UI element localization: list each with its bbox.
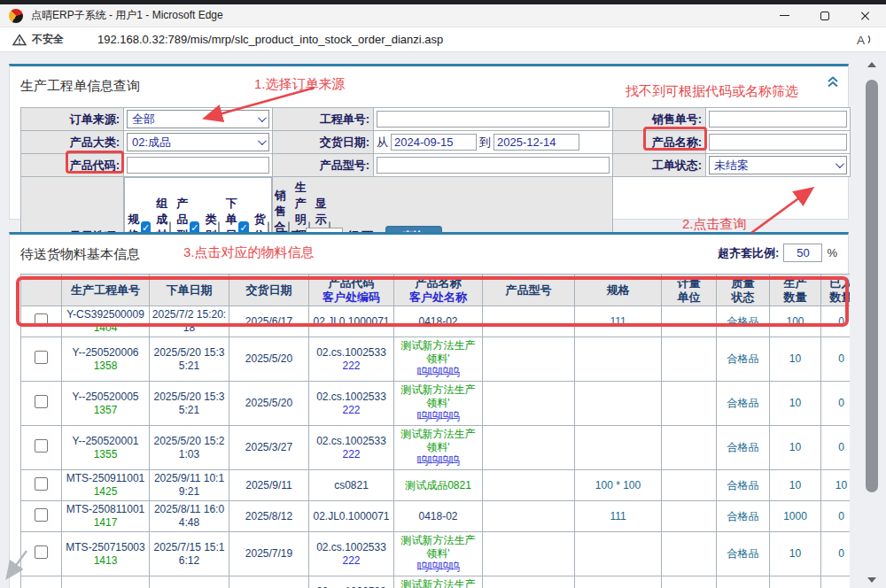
cell-received: 0: [821, 501, 851, 532]
product-name-input[interactable]: [709, 134, 847, 151]
product-name-label: 产品名称:: [613, 131, 706, 154]
collapse-chevron-icon[interactable]: [827, 75, 839, 91]
cell-product-name: 0418-02: [394, 501, 483, 532]
order-source-select[interactable]: 全部: [127, 110, 269, 128]
sales-no-input[interactable]: [709, 111, 847, 128]
cell-product-model: [483, 426, 575, 470]
cell-spec: [575, 576, 662, 588]
cell-spec: 111: [575, 501, 662, 532]
column-header: 产品型号: [483, 275, 575, 306]
row-checkbox[interactable]: [35, 545, 48, 559]
table-row[interactable]: Y--25052000513572025/5/20 15:35:212025/5…: [21, 382, 851, 426]
table-row[interactable]: MTS-2507150022025/7/15 15:12025/7/2602.c…: [21, 576, 851, 588]
product-code-input[interactable]: [127, 157, 269, 174]
row-checkbox[interactable]: [35, 395, 48, 408]
product-model-label: 产品型号:: [273, 154, 374, 177]
project-no-input[interactable]: [377, 111, 610, 128]
minimize-icon: [780, 15, 789, 16]
cell-received: 0: [821, 426, 851, 470]
url-text[interactable]: 192.168.0.32:789/mis/mrp/slc_product_int…: [97, 33, 443, 46]
checkbox-cell: [21, 470, 62, 501]
read-aloud-icon[interactable]: A: [856, 33, 874, 46]
results-table: 生产工程单号下单日期交货日期产品代码客户处编码产品名称客户处名称产品型号规格计量…: [20, 274, 850, 588]
app-favicon: [9, 9, 23, 23]
results-panel: 待送货物料基本信息 超齐套比例: % 生产工程单号下单日期交货日期产品代码客户处…: [9, 232, 849, 588]
close-button[interactable]: [845, 4, 886, 27]
date-to-input[interactable]: [494, 134, 579, 151]
cell-product-code: 02.JL0.1000071: [309, 501, 394, 532]
cell-product-model: [483, 337, 575, 382]
order-status-value: 未结案: [714, 158, 749, 174]
minimize-button[interactable]: [764, 4, 804, 27]
security-label[interactable]: 不安全: [32, 32, 64, 47]
cell-product-code: 02.JL0.1000071: [309, 306, 394, 337]
scroll-down-icon[interactable]: [867, 577, 876, 583]
cell-order-date: 2025/9/11 10:19:21: [150, 470, 229, 501]
column-header: 质量状态: [717, 275, 770, 306]
table-row[interactable]: MTS-25071500314132025/7/15 15:16:122025/…: [21, 532, 851, 576]
order-status-select[interactable]: 未结案: [709, 156, 847, 174]
cell-delivery-date: 2025/7/19: [229, 532, 309, 576]
cell-quality: 合格品: [717, 576, 770, 588]
annotation-step2: 2.点击查询: [682, 216, 747, 233]
cell-received: 0: [821, 306, 851, 337]
date-from-input[interactable]: [391, 134, 477, 151]
cell-delivery-date: 2025/5/20: [229, 337, 309, 382]
row-checkbox[interactable]: [35, 351, 48, 364]
table-row[interactable]: Y--25052000613582025/5/20 15:35:212025/5…: [21, 337, 851, 382]
table-row[interactable]: Y-CS39250000914042025/7/2 15:20:182025/6…: [21, 306, 851, 337]
window-titlebar: 点晴ERP子系统 - 用户1 - Microsoft Edge: [0, 4, 886, 27]
results-panel-title: 待送货物料基本信息: [20, 246, 140, 263]
checkbox-cell: [21, 306, 62, 337]
close-icon: [860, 11, 871, 21]
cell-product-code: 02.cs.1002533222: [309, 337, 394, 382]
product-model-input[interactable]: [377, 157, 610, 174]
category-label: 产品大类:: [21, 131, 124, 154]
address-bar[interactable]: 不安全 192.168.0.32:789/mis/mrp/slc_product…: [0, 27, 886, 52]
table-row[interactable]: MTS-25091100114252025/9/11 10:19:212025/…: [21, 470, 851, 501]
svg-text:A: A: [857, 34, 865, 47]
category-select[interactable]: 02:成品: [127, 133, 269, 151]
row-checkbox[interactable]: [35, 477, 48, 491]
column-header: [21, 275, 62, 306]
category-value: 02:成品: [132, 135, 171, 151]
cell-product-name: 测试成品0821: [394, 470, 483, 501]
table-row[interactable]: Y--25052000113552025/5/20 15:21:032025/3…: [21, 426, 851, 470]
cell-order-no: Y--2505200061358: [62, 337, 150, 382]
cell-order-no: Y-CS3925000091404: [62, 306, 150, 337]
cell-delivery-date: 2025/8/12: [229, 501, 309, 532]
checkbox-cell: [21, 382, 62, 426]
cell-qty: 10: [770, 382, 821, 426]
cell-delivery-date: 2025/3/27: [229, 426, 309, 470]
checkbox-cell: [21, 576, 62, 588]
cell-order-date: 2025/7/15 15:16:12: [150, 532, 229, 576]
cell-unit: [662, 532, 717, 576]
cell-order-no: MTS-2507150031413: [62, 532, 150, 576]
cell-product-code: 02.cs.1002533222: [309, 382, 394, 426]
scroll-up-icon[interactable]: [867, 62, 876, 67]
cell-delivery-date: 2025/7/26: [229, 576, 309, 588]
cell-product-model: [483, 501, 575, 532]
column-header: 产品名称客户处名称: [394, 275, 483, 306]
window-title: 点晴ERP子系统 - 用户1 - Microsoft Edge: [31, 8, 223, 23]
scrollbar-thumb[interactable]: [866, 80, 878, 492]
row-checkbox[interactable]: [35, 439, 48, 453]
cell-received: 0: [821, 576, 851, 588]
cell-product-model: [483, 576, 575, 588]
annotation-step1: 1.选择订单来源: [254, 76, 346, 93]
vertical-scrollbar[interactable]: [865, 55, 879, 588]
cell-quality: 合格品: [717, 306, 770, 337]
table-row[interactable]: MTS-25081100114172025/8/11 16:04:482025/…: [21, 501, 851, 532]
ratio-input[interactable]: [783, 244, 822, 262]
sales-no-label: 销售单号:: [613, 108, 706, 131]
cell-product-model: [483, 382, 575, 426]
product-code-label: 产品代码:: [21, 154, 124, 177]
row-checkbox[interactable]: [35, 313, 48, 327]
row-checkbox[interactable]: [35, 508, 48, 522]
warning-icon: [12, 34, 27, 46]
ratio-label: 超齐套比例:: [718, 245, 779, 261]
cell-spec: [575, 426, 662, 470]
maximize-button[interactable]: [804, 4, 845, 27]
query-panel-title: 生产工程单信息查询: [20, 78, 140, 95]
cell-unit: [662, 501, 717, 532]
